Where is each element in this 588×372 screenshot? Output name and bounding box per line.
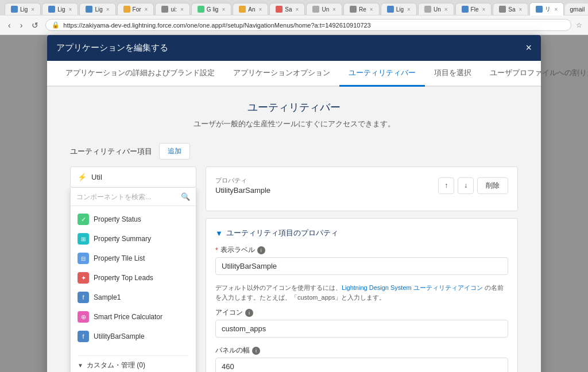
display-label-input[interactable]: [215, 257, 508, 275]
tab-label-5: ui:: [171, 6, 177, 13]
tab-favicon-12: [424, 6, 431, 13]
icon-input[interactable]: [215, 320, 508, 338]
add-utility-item-button[interactable]: 追加: [159, 143, 190, 160]
tab-15[interactable]: リ ×: [529, 2, 564, 16]
tab-favicon-5: [161, 6, 168, 13]
icon-hint-text: デフォルト以外のアイコンを使用するには、Lightning Design Sys…: [215, 283, 508, 302]
utility-item-name: Util: [91, 173, 102, 181]
dropdown-item-property-tile-list[interactable]: ⊟ Property Tile List: [71, 249, 196, 268]
tab-label-2: Lig: [57, 6, 65, 13]
utility-item-properties-section: ▼ ユーティリティ項目のプロパティ * 表示ラベル i: [206, 218, 518, 372]
tab-13[interactable]: Fle ×: [455, 3, 492, 15]
tab-label-1: Lig: [20, 6, 28, 13]
tab-favicon-3: [86, 6, 92, 13]
tab-favicon-2: [48, 6, 55, 13]
tab-close-12[interactable]: ×: [444, 6, 448, 13]
tab-12[interactable]: Un ×: [418, 3, 454, 15]
tab-3[interactable]: Lig ×: [79, 3, 115, 15]
lock-icon: 🔒: [52, 21, 60, 29]
tab-2[interactable]: Lig ×: [42, 3, 78, 15]
forward-button[interactable]: ›: [18, 20, 25, 31]
property-status-label: Property Status: [94, 215, 141, 223]
tab-favicon-11: [387, 6, 394, 13]
tab-favicon-8: [276, 6, 283, 13]
custom-section-header[interactable]: ▼ カスタム・管理 (0): [78, 361, 189, 370]
delete-button[interactable]: 削除: [477, 177, 508, 194]
tab-10[interactable]: Re ×: [343, 3, 380, 15]
lightning-design-system-link[interactable]: Lightning Design System ユーティリティアイコン: [342, 284, 483, 291]
dropdown-item-utility-bar-sample[interactable]: f UtilityBarSample: [71, 327, 196, 346]
panel-width-label: パネルの幅 i: [215, 346, 508, 355]
tab-1[interactable]: Lig ×: [5, 3, 41, 15]
tab-6[interactable]: G lig ×: [191, 3, 231, 15]
display-label-info-icon[interactable]: i: [257, 246, 265, 254]
move-down-button[interactable]: ↓: [458, 177, 474, 194]
modal-overlay: アプリケーションを編集する × アプリケーションの詳細およびブランド設定 アプリ…: [0, 35, 588, 372]
tab-utility-bar[interactable]: ユーティリティバー: [339, 61, 425, 87]
property-summary-label: Property Summary: [94, 235, 151, 243]
section-desc: ユーザが一般的な生産性ツールにすぐにアクセスできます。: [70, 119, 518, 129]
tab-close-14[interactable]: ×: [519, 6, 523, 13]
tab-close-1[interactable]: ×: [31, 6, 34, 13]
utility-items-header: ユーティリティバー項目 追加: [70, 143, 518, 160]
tab-close-2[interactable]: ×: [69, 6, 72, 13]
panel-width-info-icon[interactable]: i: [252, 347, 260, 355]
icon-info-icon[interactable]: i: [245, 309, 253, 317]
tab-7[interactable]: An ×: [233, 3, 268, 15]
tab-close-15[interactable]: ×: [554, 6, 558, 13]
component-search-input[interactable]: [76, 193, 177, 201]
dropdown-item-property-status[interactable]: ✓ Property Status: [71, 210, 196, 229]
tab-9[interactable]: Un ×: [306, 3, 342, 15]
dropdown-item-sample1[interactable]: f Sample1: [71, 288, 196, 307]
sample1-label: Sample1: [94, 293, 121, 301]
tab-close-7[interactable]: ×: [259, 6, 262, 13]
modal-tab-nav: アプリケーションの詳細およびブランド設定 アプリケーションオプション ユーティリ…: [47, 61, 541, 87]
tab-select-items[interactable]: 項目を選択: [425, 61, 481, 87]
tab-close-13[interactable]: ×: [482, 6, 485, 13]
property-header-row: プロパティ UtilityBarSample ↑ ↓ 削除: [215, 176, 508, 195]
move-up-button[interactable]: ↑: [438, 177, 454, 194]
tab-close-11[interactable]: ×: [407, 6, 411, 13]
main-content: ユーティリティバー ユーザが一般的な生産性ツールにすぐにアクセスできます。 ユー…: [47, 87, 541, 372]
dropdown-item-smart-price[interactable]: ⊕ Smart Price Calculator: [71, 307, 196, 327]
sample1-icon: f: [78, 292, 89, 303]
modal-close-button[interactable]: ×: [525, 42, 532, 54]
tab-label-14: Sa: [508, 6, 515, 13]
tab-app-options[interactable]: アプリケーションオプション: [224, 61, 339, 87]
gmail-tab[interactable]: gmail: [565, 3, 588, 15]
tab-5[interactable]: ui: ×: [155, 3, 189, 15]
tab-label-9: Un: [322, 6, 329, 13]
tab-close-5[interactable]: ×: [180, 6, 184, 13]
dropdown-item-property-top-leads[interactable]: ✦ Property Top Leads: [71, 268, 196, 288]
tab-11[interactable]: Lig ×: [381, 3, 417, 15]
bookmark-button[interactable]: ☆: [576, 21, 582, 29]
tab-close-9[interactable]: ×: [332, 6, 336, 13]
property-tile-list-icon: ⊟: [78, 253, 89, 264]
url-bar[interactable]: 🔒 https://zakiyama-dev-ed.lightning.forc…: [45, 19, 571, 31]
reload-button[interactable]: ↺: [29, 20, 41, 31]
tab-close-4[interactable]: ×: [145, 6, 148, 13]
required-indicator: *: [215, 246, 218, 254]
address-bar: ‹ › ↺ 🔒 https://zakiyama-dev-ed.lightnin…: [0, 16, 588, 35]
tab-app-details[interactable]: アプリケーションの詳細およびブランド設定: [56, 61, 224, 87]
tab-label-8: Sa: [285, 6, 292, 13]
content-area: ⚡ Util 🔍 ✓ Property Status: [70, 166, 518, 372]
url-actions: ☆: [576, 21, 582, 29]
tab-user-profiles[interactable]: ユーザプロファイルへの割り当て: [481, 61, 588, 87]
tab-label-4: For: [133, 6, 141, 13]
back-button[interactable]: ‹: [6, 20, 13, 31]
dropdown-item-property-summary[interactable]: ⊞ Property Summary: [71, 229, 196, 249]
tab-bar: Lig × Lig × Lig × For × ui: × G lig ×: [0, 0, 588, 16]
tab-label-6: G lig: [207, 6, 219, 13]
tab-label-7: An: [248, 6, 255, 13]
tab-close-3[interactable]: ×: [106, 6, 110, 13]
tab-8[interactable]: Sa ×: [269, 3, 305, 15]
tab-4[interactable]: For ×: [117, 3, 154, 15]
tab-14[interactable]: Sa ×: [493, 3, 528, 15]
tab-close-8[interactable]: ×: [296, 6, 299, 13]
utility-item-box[interactable]: ⚡ Util: [70, 166, 196, 188]
tab-favicon-13: [462, 6, 469, 13]
panel-width-input[interactable]: [215, 358, 508, 372]
tab-close-6[interactable]: ×: [222, 6, 225, 13]
tab-close-10[interactable]: ×: [370, 6, 373, 13]
